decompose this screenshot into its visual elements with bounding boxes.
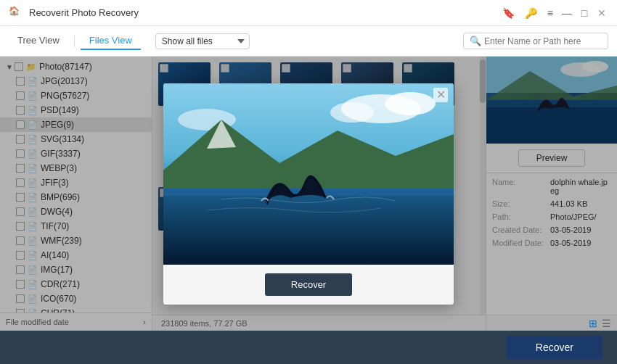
search-icon: 🔍 xyxy=(470,36,481,46)
maximize-button[interactable]: □ xyxy=(578,7,591,20)
search-input[interactable] xyxy=(484,36,602,46)
svg-point-10 xyxy=(330,102,374,123)
modal-close-button[interactable]: ✕ xyxy=(433,88,448,102)
tab-files-view[interactable]: Files View xyxy=(81,32,141,50)
app-title: Recoverit Photo Recovery xyxy=(29,7,499,18)
key-icon[interactable]: 🔑 xyxy=(522,6,540,20)
bottom-bar: Recover xyxy=(0,331,617,364)
toolbar: Tree View Files View Show all files Imag… xyxy=(0,26,617,57)
modal-image xyxy=(163,83,454,265)
modal-image-svg xyxy=(163,83,454,265)
tab-divider xyxy=(74,36,75,47)
filter-select[interactable]: Show all files Images only Videos only xyxy=(155,33,250,49)
modal-footer: Recover xyxy=(163,265,454,305)
menu-icon[interactable]: ≡ xyxy=(544,6,556,20)
main-recover-button[interactable]: Recover xyxy=(507,336,602,359)
titlebar: 🏠 Recoverit Photo Recovery 🔖 🔑 ≡ — □ ✕ xyxy=(0,0,617,26)
close-button[interactable]: ✕ xyxy=(595,7,608,20)
modal-dialog: ✕ xyxy=(163,83,454,305)
bookmark-icon[interactable]: 🔖 xyxy=(499,6,518,20)
svg-rect-7 xyxy=(163,185,454,265)
search-box: 🔍 xyxy=(463,33,608,49)
app-icon: 🏠 xyxy=(9,6,23,20)
main-content: ▼ 📁 Photo(87147) 📄 JPG(20137) 📄 PNG(5762… xyxy=(0,57,617,331)
minimize-button[interactable]: — xyxy=(560,7,573,20)
modal-recover-button[interactable]: Recover xyxy=(265,273,352,296)
titlebar-controls: 🔖 🔑 ≡ — □ ✕ xyxy=(499,6,608,20)
modal-overlay: ✕ xyxy=(0,57,617,331)
svg-point-9 xyxy=(385,92,436,115)
tab-tree-view[interactable]: Tree View xyxy=(9,32,68,50)
